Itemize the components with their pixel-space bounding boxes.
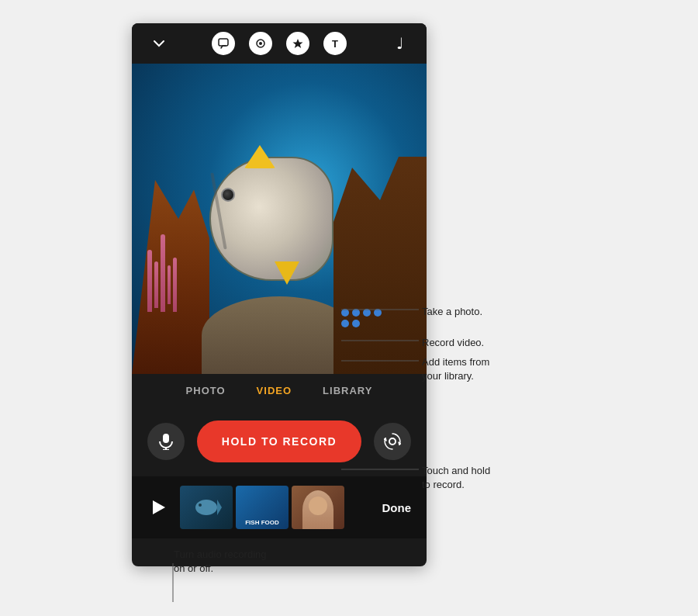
clip-item[interactable] [180, 486, 233, 529]
svg-point-2 [259, 42, 262, 45]
tab-video[interactable]: VIDEO [257, 385, 292, 396]
toolbar-center: T [212, 32, 347, 55]
text-icon[interactable]: T [323, 32, 347, 55]
camera-viewfinder [132, 64, 427, 374]
svg-marker-3 [293, 39, 303, 48]
mic-button[interactable] [147, 423, 185, 460]
svg-point-7 [389, 438, 396, 445]
annotation-photo-text: Take a photo. [422, 306, 482, 317]
pink-coral [147, 234, 177, 312]
phone-container: T ♩ [132, 23, 427, 566]
fish-scene [132, 64, 427, 374]
clip-item[interactable] [292, 486, 344, 529]
clip-thumbnails: FISH FOOD [180, 486, 371, 529]
annotation-photo: Take a photo. [419, 304, 482, 319]
clip-item[interactable]: FISH FOOD [236, 486, 289, 529]
annotation-touch-line1: Touch and hold [422, 464, 490, 478]
speech-bubble-icon[interactable] [212, 32, 235, 55]
annotation-audio-line2: on or off. [174, 562, 266, 576]
annotation-library-line1: Add items from [422, 355, 489, 369]
svg-rect-0 [219, 39, 228, 46]
toolbar: T ♩ [132, 23, 427, 64]
effects-icon[interactable] [249, 32, 272, 55]
svg-marker-8 [153, 500, 165, 514]
svg-point-11 [199, 504, 202, 507]
main-fish [194, 141, 349, 296]
annotation-library-line2: your library. [422, 369, 489, 383]
tab-photo[interactable]: PHOTO [186, 385, 226, 396]
svg-rect-4 [163, 434, 169, 443]
chevron-down-icon[interactable] [147, 32, 171, 55]
annotation-library: Add items from your library. [419, 355, 489, 383]
record-button[interactable]: HOLD TO RECORD [197, 420, 361, 462]
svg-marker-10 [217, 500, 222, 515]
annotation-audio-line1: Turn audio recording [174, 548, 266, 562]
annotation-touch-line2: to record. [422, 478, 490, 492]
camera-flip-button[interactable] [374, 423, 411, 460]
annotation-audio: Turn audio recording on or off. [174, 548, 266, 576]
mode-tabs: PHOTO VIDEO LIBRARY [132, 374, 427, 407]
tab-library[interactable]: LIBRARY [323, 385, 372, 396]
annotation-video-text: Record video. [422, 337, 484, 348]
done-button[interactable]: Done [379, 501, 415, 514]
annotation-video: Record video. [419, 335, 484, 350]
clips-row: FISH FOOD Done [132, 476, 427, 538]
annotation-touch: Touch and hold to record. [419, 464, 490, 492]
star-icon[interactable] [286, 32, 309, 55]
controls-row: HOLD TO RECORD [132, 407, 427, 476]
play-button[interactable] [144, 493, 172, 521]
music-icon[interactable]: ♩ [388, 32, 411, 55]
svg-point-9 [195, 500, 217, 515]
blue-spots [341, 309, 388, 327]
